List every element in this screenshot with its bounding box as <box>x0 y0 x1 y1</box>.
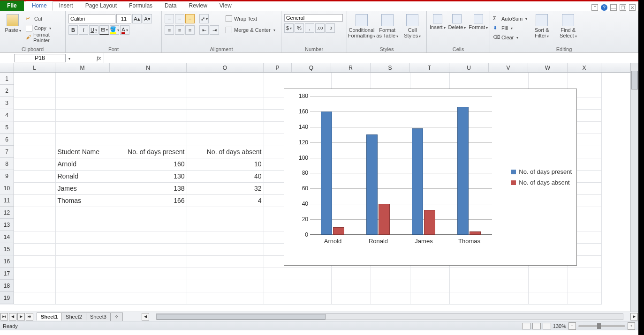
insert-cells-button[interactable]: Insert <box>430 12 446 30</box>
cell[interactable] <box>14 207 55 219</box>
copy-button[interactable]: Copy <box>26 23 62 33</box>
cell[interactable] <box>489 292 528 304</box>
tab-data[interactable]: Data <box>159 1 182 11</box>
cell[interactable] <box>187 280 264 292</box>
format-as-table-button[interactable]: Format as Table <box>376 12 399 39</box>
cell[interactable] <box>110 219 187 231</box>
sheet-nav-last[interactable]: ⏭ <box>26 313 33 320</box>
sheet-tab-2[interactable]: Sheet2 <box>61 313 86 320</box>
cell[interactable] <box>110 280 187 292</box>
sheet-nav-prev[interactable]: ◀ <box>9 313 16 320</box>
cell[interactable] <box>264 73 292 85</box>
cell[interactable] <box>187 268 264 280</box>
sheet-nav-first[interactable]: ⏮ <box>0 313 8 320</box>
hscroll-left[interactable]: ◀ <box>142 313 149 320</box>
tab-insert[interactable]: Insert <box>53 1 79 11</box>
cell[interactable] <box>110 243 187 255</box>
cell[interactable] <box>292 280 331 292</box>
tab-file[interactable]: File <box>0 0 24 11</box>
cell[interactable]: 4 <box>187 194 264 207</box>
embedded-chart[interactable]: 020406080100120140160180ArnoldRonaldJame… <box>284 89 577 266</box>
cell[interactable] <box>371 292 410 304</box>
conditional-formatting-button[interactable]: Conditional Formatting <box>350 12 373 39</box>
col-header-T[interactable]: T <box>410 63 449 72</box>
cell[interactable] <box>528 268 568 280</box>
name-box[interactable] <box>14 54 66 62</box>
cell[interactable] <box>264 292 292 304</box>
cell[interactable] <box>331 268 371 280</box>
cell[interactable] <box>568 280 601 292</box>
cell[interactable] <box>187 134 264 146</box>
decrease-decimal-button[interactable]: .0 <box>326 23 335 33</box>
cell[interactable] <box>55 134 110 146</box>
fx-icon[interactable]: fx <box>97 54 101 62</box>
cell-styles-button[interactable]: Cell Styles <box>402 12 424 39</box>
cell[interactable] <box>110 97 187 109</box>
sheet-tab-3[interactable]: Sheet3 <box>86 313 111 320</box>
col-header-X[interactable]: X <box>568 63 601 72</box>
cell[interactable] <box>110 255 187 268</box>
paste-button[interactable]: Paste <box>3 12 23 33</box>
cell[interactable] <box>410 280 449 292</box>
cell[interactable] <box>110 207 187 219</box>
minimize-icon[interactable]: — <box>610 4 617 11</box>
currency-button[interactable]: $ <box>284 23 294 33</box>
hscroll-right[interactable]: ▶ <box>630 313 638 320</box>
orientation-button[interactable]: ⤢ <box>199 14 209 23</box>
col-header-Q[interactable]: Q <box>292 63 331 72</box>
cell[interactable] <box>528 73 568 85</box>
fill-button[interactable]: ⬇Fill <box>493 23 527 33</box>
row-header-7[interactable]: 7 <box>0 146 14 158</box>
cell[interactable] <box>187 231 264 243</box>
cell[interactable]: 160 <box>110 158 187 170</box>
row-header-9[interactable]: 9 <box>0 170 14 182</box>
cell[interactable] <box>14 85 55 97</box>
row-header-16[interactable]: 16 <box>0 255 14 268</box>
row-header-1[interactable]: 1 <box>0 73 14 85</box>
font-size-select[interactable] <box>116 14 131 23</box>
cell[interactable] <box>14 170 55 182</box>
zoom-out-button[interactable]: − <box>568 322 576 330</box>
new-sheet-button[interactable]: ✧ <box>110 313 123 321</box>
row-header-2[interactable]: 2 <box>0 85 14 97</box>
view-normal-button[interactable] <box>522 323 530 329</box>
cell[interactable] <box>55 109 110 121</box>
format-painter-button[interactable]: 🖌Format Painter <box>26 33 62 42</box>
sort-filter-button[interactable]: Sort & Filter <box>530 12 553 39</box>
wrap-text-button[interactable]: Wrap Text <box>226 14 275 23</box>
row-header-8[interactable]: 8 <box>0 158 14 170</box>
cell[interactable] <box>14 255 55 268</box>
increase-decimal-button[interactable]: .00 <box>315 23 325 33</box>
increase-font-button[interactable]: A▴ <box>132 14 142 23</box>
cell[interactable]: 32 <box>187 182 264 194</box>
cell[interactable] <box>187 121 264 134</box>
increase-indent-button[interactable]: ⇥ <box>210 25 219 35</box>
row-header-11[interactable]: 11 <box>0 194 14 207</box>
cell[interactable]: 138 <box>110 182 187 194</box>
cell[interactable] <box>110 85 187 97</box>
cell[interactable] <box>14 268 55 280</box>
col-header-L[interactable]: L <box>14 63 55 72</box>
cell[interactable]: James <box>55 182 110 194</box>
cell[interactable]: 130 <box>110 170 187 182</box>
cell[interactable] <box>110 268 187 280</box>
cell[interactable] <box>55 243 110 255</box>
cell[interactable] <box>14 73 55 85</box>
col-header-P[interactable]: P <box>264 63 292 72</box>
cell[interactable] <box>449 268 489 280</box>
cell[interactable] <box>55 73 110 85</box>
zoom-slider[interactable] <box>578 325 625 327</box>
border-button[interactable]: ⊞ <box>99 25 109 35</box>
find-select-button[interactable]: Find & Select <box>556 12 580 39</box>
cell[interactable] <box>449 73 489 85</box>
cell[interactable] <box>568 292 601 304</box>
cell[interactable] <box>371 73 410 85</box>
col-header-N[interactable]: N <box>110 63 187 72</box>
decrease-indent-button[interactable]: ⇤ <box>199 25 209 35</box>
cell[interactable] <box>371 268 410 280</box>
cell[interactable] <box>55 85 110 97</box>
select-all-corner[interactable] <box>0 63 14 72</box>
row-header-4[interactable]: 4 <box>0 109 14 121</box>
sheet-tab-1[interactable]: Sheet1 <box>37 313 62 320</box>
cell[interactable] <box>14 134 55 146</box>
